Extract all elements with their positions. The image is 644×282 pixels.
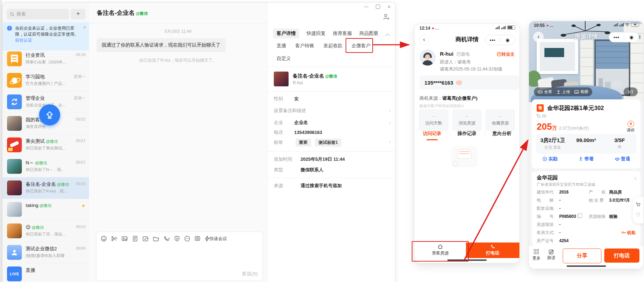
avatar [7,180,22,195]
chat-item-emoji[interactable]: 😊@微信 你已添加了😊，现在... 05/13 [2,220,89,242]
close-icon[interactable]: × [387,5,391,8]
add-member-icon[interactable] [382,13,390,21]
stats-note: 数据为客户90天的浏览统计 [419,104,464,109]
reveal-eye-icon[interactable] [456,80,462,85]
stat-viewed-listings: -浏览房源 [452,109,482,131]
banner-text: 当前企业未认证，企业使用已受限，认证后可保障企业正常使用。 [15,26,78,37]
share-button[interactable]: 分享 [563,249,601,263]
payment-icon[interactable] [174,235,180,242]
cart-icon[interactable] [636,202,641,207]
file-icon[interactable] [132,235,138,242]
go-verify-link[interactable]: 前往认证 [15,38,32,43]
chat-item-industry-news[interactable]: 行业资讯 同事们在看《2025年... 09:26 [2,48,89,70]
field-tags[interactable]: 标签 重要 测试标签1 › [274,139,391,146]
tab-collect-payment[interactable]: 发起收款 [323,43,342,49]
call-icon[interactable] [163,235,170,242]
tag-chip[interactable]: 重要 [296,139,311,147]
chat-item-live[interactable]: LIVE 直播 [2,263,89,282]
tab-product-album[interactable]: 商品图册 [359,30,378,37]
call-button[interactable]: 打电话 [466,243,519,258]
image-icon[interactable] [121,235,128,242]
chat-item-chengjian-test[interactable]: 乘尖测试@微信 你已添加了乘尖测试... 05/21 [2,134,89,156]
nav-bar: ‹ 房源详情 ••• ◉ [529,31,643,43]
message-input[interactable] [101,246,258,269]
miniprogram-capsule[interactable]: ••• ◉ [609,32,639,42]
price-tag-icon [537,114,541,118]
field-company[interactable]: 企业企业名 › [274,119,391,127]
show-house-button[interactable]: 带看 [568,156,604,162]
normal-level-button[interactable]: 普通 [604,156,640,162]
nav-bar: ‹ 商机详情 ••• ◉ [415,34,519,46]
emoji-icon[interactable] [101,235,107,242]
tab-live[interactable]: 直播 [277,43,286,49]
add-chat-button[interactable]: + [71,9,86,19]
chat-item-n[interactable]: N～@微信 你已添加了N～，现... 05/21 [2,156,89,177]
field-remark-setting[interactable]: 设置备注和描述 › [274,108,391,115]
lightning-icon [204,236,210,241]
collapse-chevron-icon[interactable] [385,33,390,38]
chat-name: 测试企业微信2 [26,246,71,252]
message-date-divider: 5月19日 11:44 [89,29,267,35]
tab-visit-record[interactable]: 访问记录 [415,128,449,139]
tab-quick-reply[interactable]: 快捷回复 [307,30,326,37]
follow-up-button[interactable]: 跟进 [547,249,555,260]
tab-intent-analysis[interactable]: 意向分析 [485,128,519,139]
search-placeholder: 搜索 [17,11,26,17]
phone-listing-detail: 10:55… 48 ‹ 房源详情 ••• ◉ 全景 上传 相册 1/1 [529,21,643,269]
wechat-badge: @微信 [32,225,44,229]
upload-button[interactable]: 上传 [556,89,570,94]
adjust-price-button[interactable]: ¥ 调价 [627,121,635,133]
panorama-button[interactable]: 全景 [538,89,552,94]
more-icon[interactable]: ••• [609,35,624,40]
battery-icon: 48 [631,23,639,27]
send-button[interactable]: 发送(S) [242,271,258,277]
chat-item-learning[interactable]: 学习园地 官方直播预约丨产品... 星期一 [2,70,89,91]
chat-time: 05/13 [76,225,86,229]
tab-recommend-service[interactable]: 推荐客服 [333,30,352,37]
more-button[interactable]: 更多 [532,249,541,261]
more-icon[interactable]: ••• [485,37,500,43]
tab-customer-detail[interactable]: 客户详情 [273,29,299,38]
chat-item-taking[interactable]: taking@微信 ★ [2,199,89,220]
tag-chip[interactable]: 测试标签1 [315,139,341,147]
chat-name: 备注名-企业名@微信 [26,181,71,188]
chat-item-test-wecom2[interactable]: 测试企业微信2 [链接]邀请你加入群聊 05/06 [2,242,89,263]
listing-photo[interactable]: 10:55… 48 ‹ 房源详情 ••• ◉ 全景 上传 相册 1/1 [529,21,643,102]
more-apps-icon[interactable] [184,235,190,242]
info-row-facilities: 配套设施- [537,206,636,212]
upload-floating-button[interactable] [39,104,60,125]
minimize-icon[interactable] [364,7,368,7]
maximize-icon[interactable] [376,5,380,9]
chevron-right-icon[interactable]: › [634,175,636,182]
chat-time: 05/19 [76,182,86,186]
tab-custom[interactable]: 自定义 [277,55,291,62]
info-row-status: 房源现状- [537,222,636,228]
masked-phone: 135****6163 [424,80,453,86]
search-input[interactable]: 搜索 [7,9,69,19]
chat-name: 学习园地 [26,74,71,80]
verify-link[interactable]: 核验 [609,214,618,219]
tab-operation-record[interactable]: 操作记录 [449,128,484,139]
miniprogram-capsule[interactable]: ••• ◉ [485,35,515,45]
chat-item-remark-company-selected[interactable]: 备注名-企业名@微信 你已添加了R-hui，现... 05/19 [2,177,89,199]
folder-icon[interactable] [153,235,159,242]
close-circle-icon[interactable]: ◉ [500,37,515,43]
favorite-heart-icon[interactable]: ♡ [636,212,640,218]
call-button[interactable]: 打电话 [604,249,639,263]
survey-button[interactable]: 实勘 [532,156,568,162]
masked-phone-row: 135****6163 [419,75,519,90]
field-source: 来源通过搜索手机号添加 [274,183,391,190]
customer-avatar[interactable] [274,72,289,86]
avatar [7,202,22,217]
screenshot-icon[interactable] [111,235,118,242]
close-circle-icon[interactable]: ◉ [624,35,639,40]
quick-meeting-button[interactable]: 快速会议 [204,236,227,242]
price-row: 205万2.07万/m²(各付) ¥ 调价 [537,121,636,132]
key-button[interactable]: 钥匙 [621,230,636,236]
schedule-icon[interactable] [142,235,149,242]
banner-close-icon[interactable]: × [83,24,86,30]
album-button[interactable]: 相册 [574,89,588,94]
message-history-icon[interactable] [194,235,201,242]
copy-icon[interactable] [577,214,581,218]
tab-customer-transfer[interactable]: 客户转账 [295,43,314,49]
